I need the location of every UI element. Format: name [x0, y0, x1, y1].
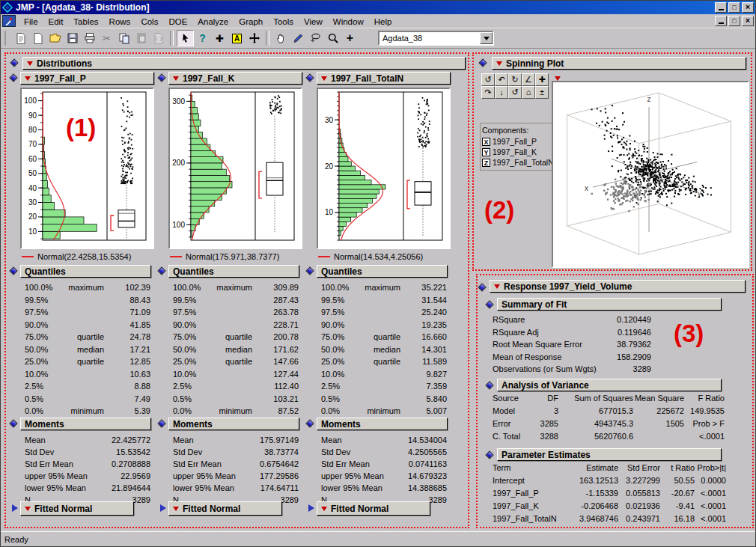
disclosure-icon[interactable] — [305, 73, 314, 82]
column-header-1997_Fall_P[interactable]: 1997_Fall_P — [20, 72, 154, 85]
magnifier-icon[interactable] — [324, 30, 341, 46]
disclosure-icon[interactable] — [478, 58, 487, 67]
lasso-tool-icon[interactable] — [307, 30, 324, 46]
quantiles-header[interactable]: Quantiles — [20, 265, 151, 278]
rotate-left-icon[interactable]: ↺ — [481, 73, 495, 86]
red-triangle-icon[interactable] — [173, 507, 179, 511]
save-icon[interactable] — [64, 30, 81, 46]
moments-header[interactable]: Moments — [20, 418, 151, 430]
open-icon[interactable] — [46, 30, 64, 46]
red-triangle-icon[interactable] — [25, 507, 31, 511]
parameter-estimates-header[interactable]: Parameter Estimates — [497, 448, 722, 461]
menu-analyze[interactable]: Analyze — [192, 16, 234, 28]
distributions-header[interactable]: Distributions — [22, 57, 466, 70]
disclosure-icon[interactable] — [305, 419, 314, 427]
menu-help[interactable]: Help — [369, 16, 397, 28]
minimize-button[interactable] — [715, 16, 727, 26]
copy-icon[interactable] — [115, 30, 132, 46]
close-button[interactable]: × — [742, 2, 754, 13]
disclosure-icon[interactable] — [485, 300, 493, 308]
plus-tool-icon[interactable]: + — [341, 30, 359, 46]
component-x[interactable]: X1997_Fall_P — [482, 136, 550, 147]
restore-button[interactable]: □ — [728, 16, 740, 26]
red-triangle-icon[interactable] — [321, 76, 327, 81]
red-triangle-icon[interactable] — [496, 61, 502, 66]
minimize-button[interactable] — [715, 2, 727, 13]
red-triangle-icon[interactable] — [173, 76, 179, 81]
red-triangle-icon[interactable] — [494, 284, 500, 289]
menu-window[interactable]: Window — [328, 16, 369, 28]
restore-button[interactable]: □ — [728, 2, 740, 13]
red-triangle-icon[interactable] — [25, 76, 31, 81]
menu-view[interactable]: View — [299, 16, 328, 28]
rotate-right-icon[interactable]: ↻ — [508, 73, 522, 86]
disclosure-icon[interactable] — [9, 73, 17, 82]
combo-dropdown-icon[interactable] — [480, 32, 493, 44]
annotate-icon[interactable]: A — [228, 30, 246, 46]
red-triangle-icon[interactable] — [27, 61, 33, 66]
close-button[interactable]: × — [742, 16, 754, 26]
disclosure-icon[interactable] — [485, 450, 493, 459]
disclosure-icon[interactable] — [485, 381, 493, 389]
new-journal-icon[interactable] — [12, 30, 29, 46]
new-window-icon[interactable] — [29, 30, 46, 46]
disclosure-icon[interactable] — [9, 419, 17, 427]
moments-header[interactable]: Moments — [317, 418, 448, 430]
crosshair-tool-icon[interactable]: ✚ — [211, 30, 228, 46]
pitch-icon[interactable]: ∠ — [522, 73, 535, 86]
tilt-up-icon[interactable]: ↶ — [495, 73, 508, 86]
menu-graph[interactable]: Graph — [234, 16, 268, 28]
move-tool-icon[interactable] — [246, 30, 263, 46]
home-icon[interactable]: ⌂ — [522, 86, 535, 99]
menu-tools[interactable]: Tools — [268, 16, 299, 28]
anova-header[interactable]: Analysis of Variance — [497, 379, 722, 391]
disclosure-icon[interactable] — [305, 266, 314, 275]
pan-icon[interactable]: ✚ — [535, 73, 549, 86]
summary-of-fit-header[interactable]: Summary of Fit — [497, 298, 722, 311]
histogram-1997_Fall_P[interactable]: 102030405060708090100 — [20, 88, 154, 249]
grabber-hand-icon[interactable] — [272, 30, 290, 46]
column-header-1997_Fall_TotalN[interactable]: 1997_Fall_TotalN — [317, 72, 451, 85]
cut-icon[interactable]: ✂ — [98, 30, 115, 46]
disclosure-icon[interactable] — [157, 73, 165, 82]
roll-left-icon[interactable]: ↷ — [481, 86, 495, 99]
jmp-man-icon[interactable] — [2, 15, 16, 27]
quantiles-header[interactable]: Quantiles — [317, 265, 448, 278]
tilt-down-icon[interactable]: ↓ — [495, 86, 508, 99]
brush-tool-icon[interactable] — [290, 30, 307, 46]
disclosure-icon[interactable] — [157, 419, 165, 427]
run-script-icon[interactable] — [150, 30, 167, 46]
menu-cols[interactable]: Cols — [135, 16, 163, 28]
menu-doe[interactable]: DOE — [163, 16, 192, 28]
disclosure-icon[interactable] — [478, 283, 486, 291]
menu-edit[interactable]: Edit — [43, 16, 69, 28]
menu-tables[interactable]: Tables — [68, 16, 103, 28]
response-header[interactable]: Response 1997_Yield_Volume — [490, 280, 746, 293]
toolbar-grip[interactable] — [4, 31, 8, 46]
disclosure-icon[interactable] — [157, 266, 165, 275]
disclosure-icon[interactable] — [9, 266, 17, 275]
paste-icon[interactable] — [132, 30, 150, 46]
spinning-plot-header[interactable]: Spinning Plot — [492, 57, 746, 70]
fitted-normal-header[interactable]: Fitted Normal — [168, 501, 282, 516]
moments-header[interactable]: Moments — [168, 418, 299, 430]
component-z[interactable]: Z1997_Fall_TotalN — [482, 157, 550, 168]
disclosure-collapsed-icon[interactable] — [308, 504, 314, 512]
spinning-plot-canvas[interactable]: xyz — [552, 81, 749, 268]
column-header-1997_Fall_K[interactable]: 1997_Fall_K — [168, 72, 302, 85]
fitted-normal-header[interactable]: Fitted Normal — [20, 501, 134, 516]
red-triangle-icon[interactable] — [321, 507, 327, 511]
disclosure-collapsed-icon[interactable] — [160, 504, 166, 512]
histogram-1997_Fall_K[interactable]: 100200300 — [168, 88, 302, 249]
data-table-selector[interactable]: Agdata_38 — [378, 31, 494, 46]
roll-right-icon[interactable]: ↺ — [508, 86, 522, 99]
zoom-icon[interactable]: ± — [535, 86, 549, 99]
disclosure-icon[interactable] — [10, 58, 18, 67]
menu-file[interactable]: File — [19, 16, 43, 28]
component-y[interactable]: Y1997_Fall_K — [482, 147, 550, 157]
help-icon[interactable]: ? — [194, 30, 211, 46]
print-icon[interactable] — [81, 30, 98, 46]
menu-rows[interactable]: Rows — [104, 16, 136, 28]
histogram-1997_Fall_TotalN[interactable]: 102030 — [317, 88, 451, 249]
fitted-normal-header[interactable]: Fitted Normal — [317, 501, 430, 516]
